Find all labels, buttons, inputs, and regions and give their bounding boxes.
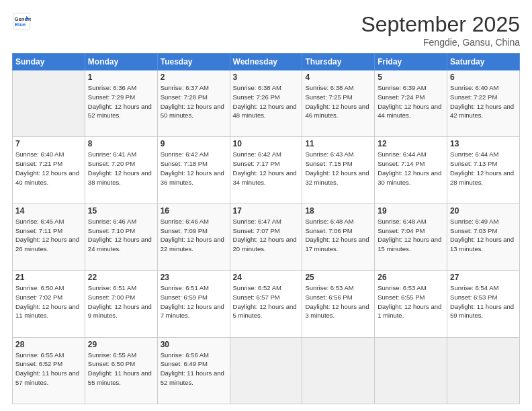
cell-content: Sunrise: 6:53 AM Sunset: 6:56 PM Dayligh…: [305, 283, 371, 320]
calendar-cell: 21Sunrise: 6:50 AM Sunset: 7:02 PM Dayli…: [13, 271, 85, 337]
calendar-cell: 28Sunrise: 6:55 AM Sunset: 6:52 PM Dayli…: [13, 337, 85, 404]
calendar-cell: [302, 337, 375, 404]
calendar-cell: 9Sunrise: 6:42 AM Sunset: 7:18 PM Daylig…: [157, 137, 230, 203]
cell-content: Sunrise: 6:46 AM Sunset: 7:10 PM Dayligh…: [88, 217, 154, 254]
cell-content: Sunrise: 6:51 AM Sunset: 7:00 PM Dayligh…: [88, 283, 154, 320]
calendar-cell: 6Sunrise: 6:40 AM Sunset: 7:22 PM Daylig…: [447, 71, 520, 137]
cell-content: Sunrise: 6:44 AM Sunset: 7:14 PM Dayligh…: [378, 150, 444, 187]
calendar-cell: [13, 71, 85, 137]
cell-content: Sunrise: 6:40 AM Sunset: 7:22 PM Dayligh…: [450, 83, 517, 120]
day-number: 14: [15, 206, 82, 216]
cell-content: Sunrise: 6:54 AM Sunset: 6:53 PM Dayligh…: [450, 283, 517, 320]
calendar-cell: 22Sunrise: 6:51 AM Sunset: 7:00 PM Dayli…: [85, 271, 157, 337]
week-row-2: 14Sunrise: 6:45 AM Sunset: 7:11 PM Dayli…: [13, 203, 520, 270]
day-number: 24: [233, 273, 300, 282]
day-number: 29: [88, 340, 154, 349]
day-number: 25: [305, 273, 371, 282]
day-header-tuesday: Tuesday: [157, 54, 230, 71]
calendar-cell: 29Sunrise: 6:55 AM Sunset: 6:50 PM Dayli…: [85, 337, 157, 404]
day-number: 2: [161, 73, 227, 82]
day-number: 20: [450, 206, 517, 216]
day-number: 3: [233, 73, 300, 82]
cell-content: Sunrise: 6:42 AM Sunset: 7:18 PM Dayligh…: [161, 150, 227, 187]
calendar-body: 1Sunrise: 6:36 AM Sunset: 7:29 PM Daylig…: [13, 71, 520, 404]
day-header-monday: Monday: [85, 54, 157, 71]
calendar-cell: 26Sunrise: 6:53 AM Sunset: 6:55 PM Dayli…: [375, 271, 447, 337]
week-row-0: 1Sunrise: 6:36 AM Sunset: 7:29 PM Daylig…: [13, 71, 520, 137]
day-number: 21: [15, 273, 82, 282]
cell-content: Sunrise: 6:42 AM Sunset: 7:17 PM Dayligh…: [233, 150, 300, 187]
logo: General Blue: [12, 12, 32, 31]
calendar-cell: 27Sunrise: 6:54 AM Sunset: 6:53 PM Dayli…: [447, 271, 520, 337]
cell-content: Sunrise: 6:43 AM Sunset: 7:15 PM Dayligh…: [305, 150, 371, 187]
calendar-cell: 5Sunrise: 6:39 AM Sunset: 7:24 PM Daylig…: [375, 71, 447, 137]
cell-content: Sunrise: 6:47 AM Sunset: 7:07 PM Dayligh…: [233, 217, 300, 254]
calendar-cell: 8Sunrise: 6:41 AM Sunset: 7:20 PM Daylig…: [85, 137, 157, 203]
day-number: 9: [161, 139, 227, 148]
calendar-cell: 15Sunrise: 6:46 AM Sunset: 7:10 PM Dayli…: [85, 203, 157, 270]
day-number: 11: [305, 139, 371, 148]
day-number: 15: [88, 206, 154, 216]
day-number: 4: [305, 73, 371, 82]
cell-content: Sunrise: 6:45 AM Sunset: 7:11 PM Dayligh…: [15, 217, 82, 254]
cell-content: Sunrise: 6:36 AM Sunset: 7:29 PM Dayligh…: [88, 83, 154, 120]
cell-content: Sunrise: 6:49 AM Sunset: 7:03 PM Dayligh…: [450, 217, 517, 254]
calendar-cell: [230, 337, 302, 404]
day-number: 30: [161, 340, 227, 349]
cell-content: Sunrise: 6:38 AM Sunset: 7:25 PM Dayligh…: [305, 83, 371, 120]
week-row-1: 7Sunrise: 6:40 AM Sunset: 7:21 PM Daylig…: [13, 137, 520, 203]
day-number: 23: [161, 273, 227, 282]
calendar-cell: 16Sunrise: 6:46 AM Sunset: 7:09 PM Dayli…: [157, 203, 230, 270]
page: General Blue September 2025 Fengdie, Gan…: [0, 0, 532, 411]
calendar-cell: 30Sunrise: 6:56 AM Sunset: 6:49 PM Dayli…: [157, 337, 230, 404]
calendar-cell: 23Sunrise: 6:51 AM Sunset: 6:59 PM Dayli…: [157, 271, 230, 337]
day-number: 16: [161, 206, 227, 216]
day-number: 17: [233, 206, 300, 216]
calendar-table: SundayMondayTuesdayWednesdayThursdayFrid…: [12, 53, 520, 404]
cell-content: Sunrise: 6:53 AM Sunset: 6:55 PM Dayligh…: [378, 283, 444, 320]
cell-content: Sunrise: 6:40 AM Sunset: 7:21 PM Dayligh…: [15, 150, 82, 187]
day-number: 26: [378, 273, 444, 282]
day-header-friday: Friday: [375, 54, 447, 71]
calendar-cell: 3Sunrise: 6:38 AM Sunset: 7:26 PM Daylig…: [230, 71, 302, 137]
cell-content: Sunrise: 6:39 AM Sunset: 7:24 PM Dayligh…: [378, 83, 444, 120]
calendar-cell: 18Sunrise: 6:48 AM Sunset: 7:06 PM Dayli…: [302, 203, 375, 270]
day-number: 18: [305, 206, 371, 216]
calendar-cell: 25Sunrise: 6:53 AM Sunset: 6:56 PM Dayli…: [302, 271, 375, 337]
calendar-cell: 14Sunrise: 6:45 AM Sunset: 7:11 PM Dayli…: [13, 203, 85, 270]
calendar-cell: 13Sunrise: 6:44 AM Sunset: 7:13 PM Dayli…: [447, 137, 520, 203]
cell-content: Sunrise: 6:44 AM Sunset: 7:13 PM Dayligh…: [450, 150, 517, 187]
day-header-saturday: Saturday: [447, 54, 520, 71]
title-block: September 2025 Fengdie, Gansu, China: [361, 12, 520, 48]
calendar-cell: 12Sunrise: 6:44 AM Sunset: 7:14 PM Dayli…: [375, 137, 447, 203]
cell-content: Sunrise: 6:51 AM Sunset: 6:59 PM Dayligh…: [161, 283, 227, 320]
day-number: 12: [378, 139, 444, 148]
svg-text:Blue: Blue: [15, 21, 26, 28]
calendar-cell: 1Sunrise: 6:36 AM Sunset: 7:29 PM Daylig…: [85, 71, 157, 137]
day-number: 5: [378, 73, 444, 82]
calendar-cell: [447, 337, 520, 404]
day-number: 10: [233, 139, 300, 148]
cell-content: Sunrise: 6:48 AM Sunset: 7:04 PM Dayligh…: [378, 217, 444, 254]
cell-content: Sunrise: 6:37 AM Sunset: 7:28 PM Dayligh…: [161, 83, 227, 120]
calendar-header: SundayMondayTuesdayWednesdayThursdayFrid…: [13, 54, 520, 71]
day-number: 13: [450, 139, 517, 148]
cell-content: Sunrise: 6:55 AM Sunset: 6:50 PM Dayligh…: [88, 351, 154, 387]
day-number: 22: [88, 273, 154, 282]
header: General Blue September 2025 Fengdie, Gan…: [12, 12, 520, 48]
logo-icon: General Blue: [12, 12, 31, 31]
calendar-cell: 4Sunrise: 6:38 AM Sunset: 7:25 PM Daylig…: [302, 71, 375, 137]
calendar-cell: 2Sunrise: 6:37 AM Sunset: 7:28 PM Daylig…: [157, 71, 230, 137]
cell-content: Sunrise: 6:52 AM Sunset: 6:57 PM Dayligh…: [233, 283, 300, 320]
calendar-cell: 19Sunrise: 6:48 AM Sunset: 7:04 PM Dayli…: [375, 203, 447, 270]
cell-content: Sunrise: 6:50 AM Sunset: 7:02 PM Dayligh…: [15, 283, 82, 320]
cell-content: Sunrise: 6:41 AM Sunset: 7:20 PM Dayligh…: [88, 150, 154, 187]
day-header-thursday: Thursday: [302, 54, 375, 71]
calendar-cell: 7Sunrise: 6:40 AM Sunset: 7:21 PM Daylig…: [13, 137, 85, 203]
cell-content: Sunrise: 6:55 AM Sunset: 6:52 PM Dayligh…: [15, 351, 82, 387]
cell-content: Sunrise: 6:38 AM Sunset: 7:26 PM Dayligh…: [233, 83, 300, 120]
cell-content: Sunrise: 6:46 AM Sunset: 7:09 PM Dayligh…: [161, 217, 227, 254]
day-header-sunday: Sunday: [13, 54, 85, 71]
day-number: 28: [15, 340, 82, 349]
day-number: 6: [450, 73, 517, 82]
